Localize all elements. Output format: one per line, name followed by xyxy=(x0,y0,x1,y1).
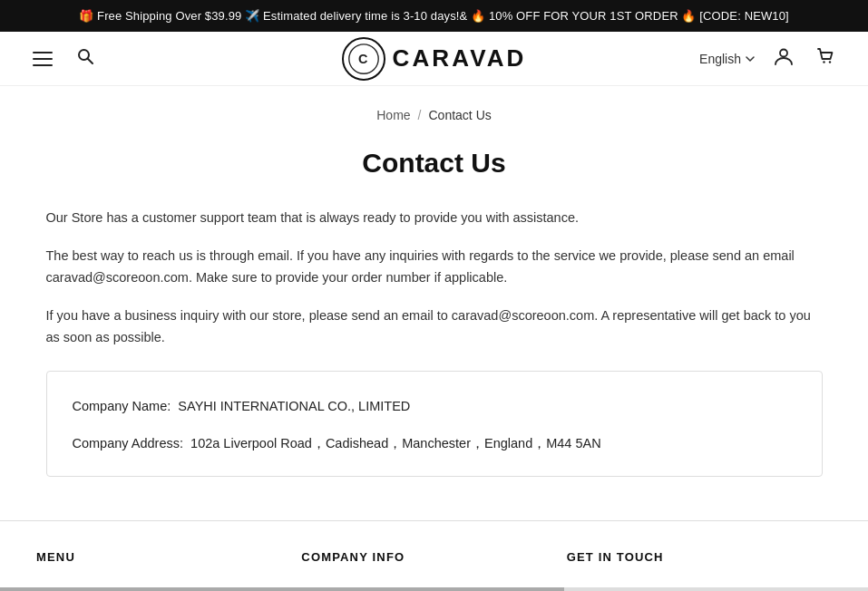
business-paragraph: If you have a business inquiry with our … xyxy=(46,305,823,349)
footer-contact-title: GET IN TOUCH xyxy=(567,550,810,571)
logo-link[interactable]: C CARAVAD xyxy=(342,37,527,81)
svg-point-6 xyxy=(829,61,831,63)
announcement-text: 🎁 Free Shipping Over $39.99 ✈️ Estimated… xyxy=(79,9,789,23)
company-address-row: Company Address: 102a Liverpool Road，Cad… xyxy=(73,434,796,454)
cart-button[interactable] xyxy=(812,43,839,74)
svg-point-4 xyxy=(780,50,787,57)
site-footer: MENU COMPANY INFO GET IN TOUCH xyxy=(0,520,868,587)
account-button[interactable] xyxy=(770,43,797,74)
language-selector[interactable]: English xyxy=(699,52,756,66)
email-paragraph: The best way to reach us is through emai… xyxy=(46,246,823,289)
page-title: Contact Us xyxy=(46,148,823,179)
account-icon xyxy=(774,46,794,71)
svg-text:C: C xyxy=(358,51,369,65)
svg-line-1 xyxy=(88,59,93,64)
language-label: English xyxy=(699,52,741,66)
logo-text: CARAVAD xyxy=(393,44,527,73)
logo-circle: C xyxy=(342,37,385,81)
hamburger-icon xyxy=(33,52,53,66)
company-address-value: 102a Liverpool Road，Cadishead，Manchester… xyxy=(187,436,601,451)
breadcrumb: Home / Contact Us xyxy=(0,86,868,133)
company-name-row: Company Name: SAYHI INTERNATIONAL CO., L… xyxy=(73,397,796,417)
site-header: C CARAVAD English xyxy=(0,32,868,86)
breadcrumb-current: Contact Us xyxy=(429,108,492,122)
breadcrumb-separator: / xyxy=(418,108,422,122)
company-address-label: Company Address: xyxy=(73,436,184,451)
chevron-down-icon xyxy=(745,53,756,64)
cart-icon xyxy=(815,46,835,71)
company-info-box: Company Name: SAYHI INTERNATIONAL CO., L… xyxy=(46,371,823,478)
intro-paragraph: Our Store has a customer support team th… xyxy=(46,208,823,229)
footer-col-menu: MENU xyxy=(36,550,301,587)
search-button[interactable] xyxy=(73,44,98,73)
hamburger-button[interactable] xyxy=(29,48,56,70)
main-content: Contact Us Our Store has a customer supp… xyxy=(17,133,852,520)
footer-col-contact: GET IN TOUCH xyxy=(567,550,832,587)
company-name-value: SAYHI INTERNATIONAL CO., LIMITED xyxy=(174,399,410,413)
logo-area: C CARAVAD xyxy=(342,37,527,81)
company-name-label: Company Name: xyxy=(73,399,171,413)
footer-col-company: COMPANY INFO xyxy=(301,550,566,587)
footer-company-title: COMPANY INFO xyxy=(301,550,544,571)
svg-point-5 xyxy=(823,61,824,63)
footer-grid: MENU COMPANY INFO GET IN TOUCH xyxy=(36,550,832,587)
header-right: English xyxy=(699,43,839,74)
announcement-bar: 🎁 Free Shipping Over $39.99 ✈️ Estimated… xyxy=(0,0,868,32)
footer-menu-title: MENU xyxy=(36,550,279,571)
breadcrumb-home[interactable]: Home xyxy=(376,108,410,122)
header-left xyxy=(29,44,98,73)
search-icon xyxy=(76,47,94,70)
